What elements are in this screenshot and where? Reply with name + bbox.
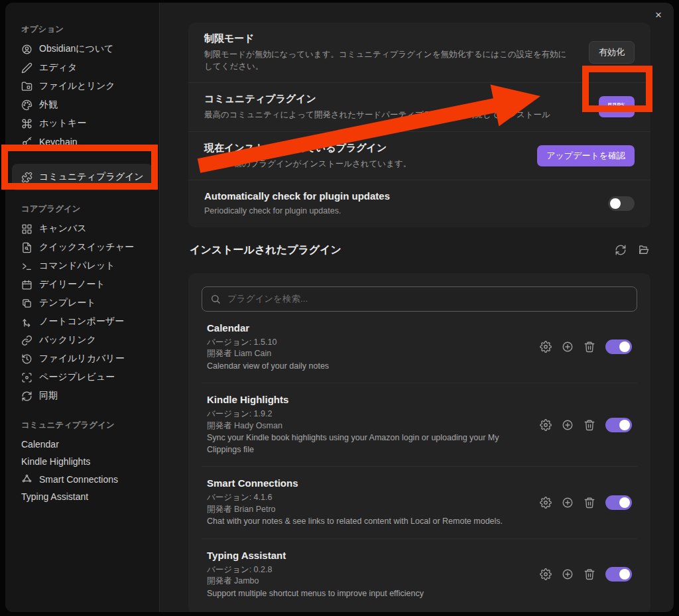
sidebar-item-appearance[interactable]: 外観 [5,95,159,114]
sidebar-item-community-plugins[interactable]: コミュニティプラグイン [12,164,153,190]
currently-installed-desc: 現在、4個のプラグインがインストールされています。 [204,158,411,170]
gear-icon[interactable] [540,497,552,509]
plugin-row-smart-connections: Smart Connections バージョン: 4.1.6 開発者 Brian… [202,466,637,538]
check-updates-button[interactable]: アップデートを確認 [537,145,635,166]
plugin-description: Chat with your notes & see links to rela… [207,516,503,528]
plugin-version: バージョン: 1.5.10 [207,337,329,349]
plugin-version: バージョン: 4.1.6 [207,492,503,504]
folder-icon [21,81,32,92]
enable-restricted-mode-button[interactable]: 有効化 [589,41,635,64]
sidebar-item-daily-notes[interactable]: デイリーノート [5,275,159,294]
plugin-description: Support multiple shortcut menus to impro… [207,588,424,600]
palette-icon [21,99,32,111]
file-search-icon [21,242,32,253]
gear-icon[interactable] [540,568,552,580]
sidebar-item-note-composer[interactable]: ノートコンポーザー [5,312,159,331]
plus-circle-icon[interactable] [562,568,574,580]
search-icon [210,294,221,304]
sidebar-item-backlinks[interactable]: バックリンク [5,331,159,349]
sidebar-item-typing-assistant-plugin[interactable]: Typing Assistant [5,488,159,505]
sidebar-item-file-recovery[interactable]: ファイルリカバリー [5,349,159,368]
folder-open-icon[interactable] [637,244,649,256]
plugin-author: 開発者 Brian Petro [207,504,503,516]
auto-check-desc: Periodically check for plugin updates. [204,206,390,217]
sidebar-item-hotkeys[interactable]: ホットキー [5,114,159,133]
trash-icon[interactable] [584,341,595,353]
sidebar-item-about[interactable]: Obsidianについて [5,40,159,58]
sidebar-item-label: 同期 [39,390,58,402]
installed-plugins-card: Calendar バージョン: 1.5.10 開発者 Liam Cain Cal… [188,273,650,613]
plugin-enable-toggle[interactable] [605,418,632,432]
sidebar-item-quick-switcher[interactable]: クイックスイッチャー [5,238,159,257]
browse-plugins-button[interactable]: 閲覧 [599,96,635,117]
plus-circle-icon[interactable] [562,419,574,431]
trash-icon[interactable] [584,497,595,509]
sync-icon [21,391,32,402]
sidebar-heading-community-plugins: コミュニティプラグイン [5,416,159,436]
plugin-name: Smart Connections [207,477,503,489]
plugin-version: バージョン: 1.9.2 [207,408,524,420]
layout-grid-icon [21,223,32,235]
sidebar-item-label: バックリンク [39,334,96,346]
sidebar-heading-options: オプション [5,20,159,40]
sidebar-item-sync[interactable]: 同期 [5,387,159,405]
plus-circle-icon[interactable] [562,341,574,353]
history-icon [21,353,32,365]
trash-icon[interactable] [584,568,595,580]
installed-plugins-header: インストールされたプラグイン [190,243,649,257]
sidebar-item-files-links[interactable]: ファイルとリンク [5,77,159,95]
sidebar-item-command-palette[interactable]: コマンドパレット [5,257,159,275]
sidebar-item-label: Obsidianについて [39,43,114,55]
sidebar-item-smart-connections-plugin[interactable]: Smart Connections [5,470,159,488]
refresh-icon[interactable] [615,244,627,256]
puzzle-icon [21,172,32,183]
plugin-name: Typing Assistant [207,550,424,561]
trash-icon[interactable] [584,419,595,431]
sidebar-item-label: クイックスイッチャー [39,241,134,253]
restricted-mode-title: 制限モード [204,32,573,45]
plugin-author: 開発者 Liam Cain [207,348,329,360]
sidebar-item-label: デイリーノート [39,278,105,290]
smart-connections-icon [21,473,32,485]
sidebar-item-label: Kindle Highlights [21,456,90,467]
settings-modal: オプション Obsidianについて エディタ ファイルとリンク 外観 ホットキ… [5,3,674,612]
sidebar-item-label: Calendar [21,439,59,450]
link-icon [21,335,32,346]
sidebar-item-canvas[interactable]: キャンバス [5,219,159,238]
pencil-icon [21,62,32,74]
community-plugins-desc: 最高のコミュニティによって開発されたサードパーティプラグインを閲覧してインストー… [204,109,550,121]
sidebar-item-keychain[interactable]: Keychain [5,133,159,151]
community-plugins-row: コミュニティプラグイン 最高のコミュニティによって開発されたサードパーティプラグ… [188,82,650,131]
plugin-name: Calendar [207,322,329,334]
sidebar-item-label: Typing Assistant [21,491,88,502]
close-icon[interactable]: × [655,9,662,21]
sidebar-item-label: ページプレビュー [39,371,115,383]
plugin-search[interactable] [202,286,637,312]
plugin-enable-toggle[interactable] [605,495,632,510]
auto-check-toggle[interactable] [608,196,635,211]
gear-icon[interactable] [540,341,552,353]
plus-circle-icon[interactable] [562,497,574,509]
sidebar-item-calendar-plugin[interactable]: Calendar [5,436,159,453]
community-plugins-title: コミュニティプラグイン [204,93,550,105]
user-circle-icon [21,44,32,55]
calendar-icon [21,279,32,290]
plugin-search-input[interactable] [227,294,629,304]
sidebar-item-label: ノートコンポーザー [39,316,124,328]
plugin-enable-toggle[interactable] [605,567,632,582]
plugin-enable-toggle[interactable] [605,339,632,354]
sidebar-item-label: キャンバス [39,223,87,235]
plugin-version: バージョン: 0.2.8 [207,564,424,576]
sidebar-item-kindle-highlights-plugin[interactable]: Kindle Highlights [5,453,159,470]
copy-icon [21,298,32,309]
sidebar-item-editor[interactable]: エディタ [5,58,159,77]
auto-check-row: Automatically check for plugin updates P… [188,180,650,227]
sidebar-item-label: ファイルとリンク [39,80,115,92]
plugin-row-kindle-highlights: Kindle Highlights バージョン: 1.9.2 開発者 Hady … [202,383,637,466]
sidebar-item-templates[interactable]: テンプレート [5,294,159,312]
gear-icon[interactable] [540,419,552,431]
plugin-settings-card: 制限モード 制限モードが無効になっています。コミュニティプラグインを無効化するに… [188,23,650,227]
scan-eye-icon [21,372,32,383]
sidebar-item-page-preview[interactable]: ページプレビュー [5,368,159,387]
plugin-author: 開発者 Hady Osman [207,420,524,432]
